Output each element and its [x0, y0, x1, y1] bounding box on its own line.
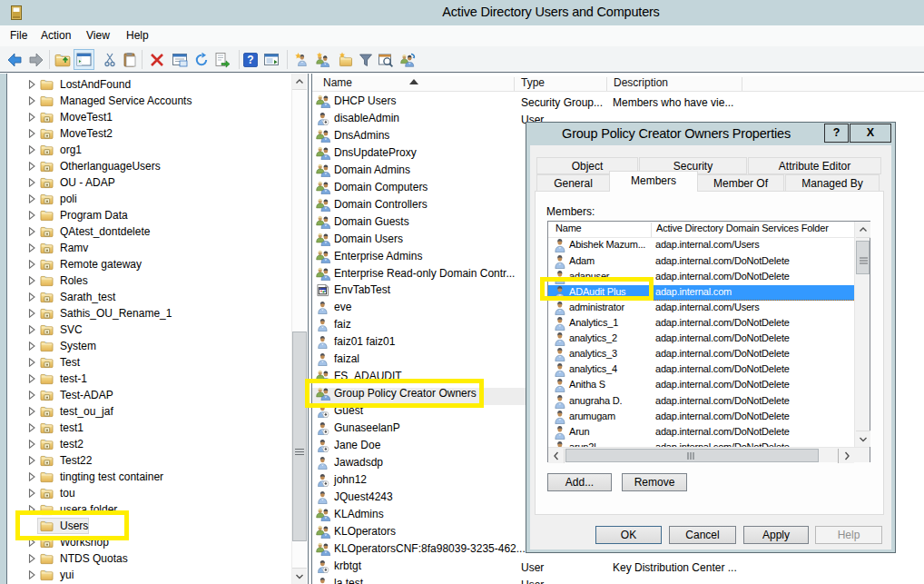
svg-text:?: ?	[247, 54, 253, 66]
